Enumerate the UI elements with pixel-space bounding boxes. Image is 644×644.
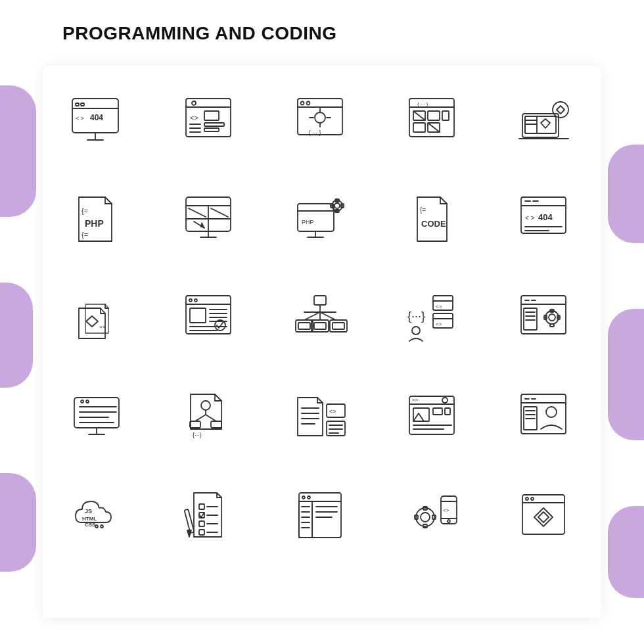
svg-point-216: [531, 497, 534, 500]
svg-point-138: [201, 401, 210, 410]
svg-marker-43: [557, 106, 564, 114]
svg-point-202: [416, 508, 434, 526]
svg-point-123: [545, 311, 559, 324]
icon-monitor-404: < > 404: [43, 72, 154, 171]
icon-php-file: {= PHP {=: [43, 171, 154, 269]
svg-text:{···}: {···}: [193, 432, 202, 438]
svg-line-141: [206, 415, 216, 421]
svg-text:HTML: HTML: [82, 516, 97, 522]
icon-browser-grid: { ··· }: [378, 72, 490, 171]
svg-text:< >: < >: [525, 214, 535, 221]
svg-text:<>: <>: [99, 324, 106, 330]
svg-line-97: [304, 312, 320, 320]
svg-line-140: [195, 415, 206, 421]
svg-point-177: [101, 525, 103, 528]
svg-rect-143: [211, 421, 221, 428]
svg-marker-218: [538, 512, 549, 522]
svg-point-190: [302, 496, 305, 499]
svg-point-176: [95, 525, 98, 528]
svg-rect-13: [204, 123, 224, 126]
svg-rect-105: [314, 323, 326, 329]
svg-text:< >: < >: [76, 115, 84, 122]
svg-rect-182: [199, 521, 204, 526]
svg-rect-213: [522, 495, 564, 534]
decorative-blob-left-mid: [0, 283, 33, 388]
svg-text:<>: <>: [436, 321, 442, 327]
decorative-blob-left-bot: [0, 473, 36, 572]
svg-point-136: [81, 400, 83, 403]
svg-rect-115: [521, 296, 566, 334]
svg-point-172: [546, 407, 557, 417]
svg-rect-12: [204, 111, 219, 120]
svg-rect-5: [76, 103, 79, 106]
icon-code-user: {···} <> <>: [378, 269, 490, 368]
svg-rect-119: [524, 308, 537, 330]
svg-rect-159: [413, 408, 429, 421]
icon-monitor-arrow: [154, 171, 266, 269]
decorative-blob-left-top: [0, 85, 36, 217]
svg-point-191: [308, 496, 310, 499]
icon-web-design-tool: { ··· }: [266, 72, 378, 171]
svg-rect-95: [314, 296, 326, 305]
icon-browser-profile: [490, 368, 601, 467]
svg-rect-32: [428, 111, 440, 120]
svg-marker-187: [187, 530, 191, 537]
svg-text:CSS: CSS: [85, 522, 96, 528]
svg-point-158: [442, 398, 448, 403]
svg-line-37: [428, 123, 440, 132]
icon-monitor-lines: [43, 368, 154, 467]
svg-marker-59: [200, 223, 204, 228]
icon-browser-gear: [490, 269, 601, 368]
svg-marker-81: [86, 316, 98, 327]
svg-rect-39: [525, 116, 556, 133]
svg-text:<>: <>: [329, 408, 336, 415]
decorative-blob-right-mid: [608, 309, 644, 440]
svg-rect-34: [413, 123, 425, 132]
svg-point-137: [86, 400, 89, 403]
svg-text:<>: <>: [190, 114, 198, 122]
svg-line-56: [189, 208, 206, 217]
icon-code-image: <>: [378, 368, 490, 467]
icon-browser-sidebar: [266, 467, 378, 565]
svg-line-57: [211, 208, 228, 217]
svg-text:{=: {=: [81, 207, 88, 215]
icon-browser-list-check: [154, 269, 266, 368]
svg-text:{ ··· }: { ··· }: [309, 129, 321, 136]
svg-point-203: [421, 513, 430, 522]
svg-text:{ ··· }: { ··· }: [417, 101, 428, 107]
page-title: PROGRAMMING AND CODING: [62, 23, 337, 44]
svg-point-66: [334, 203, 340, 208]
icon-browser-diamond: [490, 467, 601, 565]
icon-browser-code: <>: [154, 72, 266, 171]
svg-point-22: [315, 112, 325, 123]
svg-point-42: [553, 102, 568, 118]
svg-rect-188: [299, 493, 341, 538]
svg-text:PHP: PHP: [85, 218, 104, 229]
svg-marker-217: [534, 508, 553, 526]
icon-gear-mobile: <>: [378, 467, 490, 565]
icon-file-code-list: <>: [266, 368, 378, 467]
svg-rect-33: [442, 111, 449, 120]
svg-rect-60: [298, 204, 334, 231]
svg-rect-28: [409, 99, 454, 137]
svg-point-85: [189, 299, 192, 302]
svg-rect-161: [445, 408, 450, 415]
svg-text:PHP: PHP: [302, 219, 314, 225]
svg-text:{=: {=: [420, 206, 426, 214]
svg-rect-178: [199, 504, 204, 509]
icon-file-network: {···}: [154, 368, 266, 467]
icon-cloud-code: JS HTML CSS: [43, 467, 154, 565]
svg-line-36: [413, 111, 425, 120]
svg-text:<>: <>: [443, 507, 449, 513]
decorative-blob-right-top: [608, 145, 644, 243]
svg-text:404: 404: [538, 212, 553, 222]
icon-pencil-checklist: [154, 467, 266, 565]
svg-point-10: [192, 101, 196, 105]
svg-text:404: 404: [90, 113, 103, 122]
icon-monitor-gear: PHP: [266, 171, 378, 269]
icon-browser-404: < > 404: [490, 171, 601, 269]
svg-point-20: [301, 102, 304, 105]
svg-rect-186: [184, 509, 194, 533]
svg-rect-106: [333, 323, 344, 329]
icon-network-diagram: [266, 269, 378, 368]
